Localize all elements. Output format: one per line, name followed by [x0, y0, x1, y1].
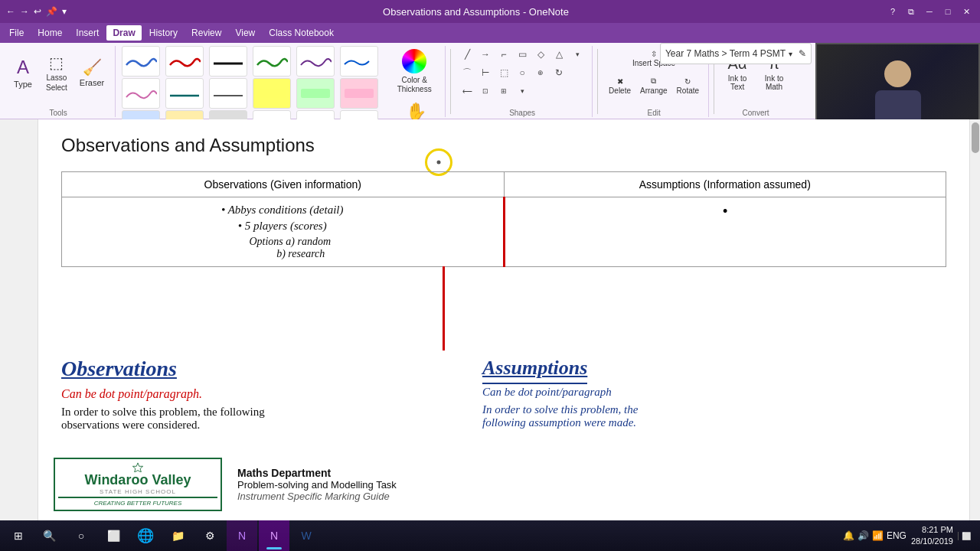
teal-pen-swatch[interactable]	[165, 78, 204, 109]
taskbar-settings-icon[interactable]: ⚙	[194, 520, 225, 551]
taskbar-cortana[interactable]: ○	[66, 520, 96, 551]
taskbar-speaker-icon[interactable]: 🔊	[858, 530, 869, 541]
ribbon-tools-group: A Type ⬚ Lasso Select 🧹 Eraser Tools	[5, 46, 116, 117]
logo-area: Windaroo Valley STATE HIGH SCHOOL CREATI…	[54, 458, 397, 511]
forward-button[interactable]: →	[20, 6, 29, 17]
lasso-shape-tool[interactable]: ⬚	[495, 64, 512, 81]
purple-pen-swatch[interactable]	[296, 46, 335, 77]
page-area: Observations and Assumptions Observation…	[38, 119, 969, 551]
assump-text-3: following assumption were made.	[482, 416, 638, 429]
arrange-button[interactable]: ⧉ Arrange	[637, 73, 671, 98]
undo-button[interactable]: ↩	[34, 6, 41, 17]
arrow-tool[interactable]: →	[477, 46, 494, 63]
pink-wavy-pen-swatch[interactable]	[122, 78, 160, 109]
curve-tool[interactable]: ⌒	[459, 64, 475, 81]
menu-draw[interactable]: Draw	[106, 25, 141, 41]
ink-to-text-label: Ink toText	[728, 74, 746, 91]
yellow-highlight-swatch[interactable]	[253, 78, 291, 109]
help-button[interactable]: ?	[885, 5, 900, 18]
taskbar-search[interactable]: 🔍	[34, 520, 64, 551]
taskbar-onenote-active[interactable]: N	[259, 520, 289, 551]
taskbar-taskview[interactable]: ⬜	[98, 520, 129, 551]
delete-button[interactable]: ✖ Delete	[606, 73, 634, 98]
diamond-tool[interactable]: ◇	[532, 46, 549, 63]
color-thickness-button[interactable]: Color &Thickness	[391, 46, 438, 97]
menu-review[interactable]: Review	[185, 25, 227, 41]
red-wavy-pen-swatch[interactable]	[165, 46, 204, 77]
start-button[interactable]: ⊞	[3, 520, 34, 551]
dept-guide: Instrument Specific Marking Guide	[237, 491, 397, 502]
line-tool[interactable]: ╱	[459, 46, 475, 63]
restore-button[interactable]: ⧉	[903, 5, 919, 18]
menu-insert[interactable]: Insert	[70, 25, 105, 41]
notebook-edit-icon[interactable]: ✎	[799, 48, 806, 59]
triangle-tool[interactable]: △	[550, 46, 567, 63]
rotate-label: Rotate	[677, 86, 699, 95]
cursor-dot	[437, 161, 441, 165]
eraser-button[interactable]: 🧹 Eraser	[75, 46, 109, 99]
rotate-icon: ↻	[684, 77, 691, 86]
obs-red-text: Can be dot point/paragraph.	[61, 387, 265, 401]
menu-history[interactable]: History	[143, 25, 184, 41]
pink-highlight-swatch[interactable]	[340, 78, 378, 109]
ribbon-shapes-group: ╱ → ⌐ ▭ ◇ △ ▾ ⌒ ⊢ ⬚ ○ ⊕ ↻ ⟵ ⊡ ⊞ ▾	[456, 46, 593, 117]
gray-pen-swatch[interactable]	[209, 78, 247, 109]
taskbar-onenote[interactable]: N	[227, 520, 257, 551]
logo-bar	[58, 497, 217, 498]
rotate-shape[interactable]: ↻	[550, 64, 567, 81]
taskbar-lang: ENG	[887, 530, 906, 541]
notebook-dropdown-icon[interactable]: ▾	[789, 50, 792, 58]
rect-tool[interactable]: ▭	[514, 46, 531, 63]
menu-class-notebook[interactable]: Class Notebook	[263, 25, 340, 41]
eraser-label: Eraser	[80, 78, 104, 87]
taskbar-chrome[interactable]: 🌐	[130, 520, 161, 551]
minimize-button[interactable]: ─	[922, 5, 937, 18]
menu-home[interactable]: Home	[31, 25, 68, 41]
shape-extra-3[interactable]: ⊞	[495, 83, 512, 99]
maximize-button[interactable]: □	[940, 5, 956, 18]
type-button[interactable]: A Type	[8, 46, 38, 99]
more-shapes[interactable]: ▾	[569, 46, 586, 63]
obs-item-4: b) research	[108, 248, 494, 260]
lasso-select-label: Select	[46, 83, 67, 92]
circle-select[interactable]: ⊕	[532, 64, 549, 81]
notebook-selector[interactable]: Year 7 Maths > Term 4 PSMT ▾ ✎	[660, 43, 812, 64]
green-wavy-pen-swatch[interactable]	[253, 46, 291, 77]
black-straight-pen-swatch[interactable]	[209, 46, 247, 77]
taskbar-time: 8:21 PM	[911, 524, 953, 536]
menu-view[interactable]: View	[229, 25, 261, 41]
color-thickness-label: Color &Thickness	[397, 76, 432, 94]
taskbar-show-desktop[interactable]: ⬜	[958, 532, 971, 540]
green-highlight-swatch[interactable]	[296, 78, 335, 109]
quick-access-button[interactable]: 📌	[46, 6, 57, 17]
scrollbar-thumb[interactable]	[972, 122, 979, 153]
lasso-label: Lasso	[47, 73, 67, 82]
taskbar-notification-icon[interactable]: 🔔	[843, 530, 854, 541]
right-scrollbar[interactable]	[969, 119, 980, 551]
connector-tool[interactable]: ⊢	[477, 64, 494, 81]
menu-file[interactable]: File	[3, 25, 30, 41]
delete-label: Delete	[609, 86, 631, 95]
back-button[interactable]: ←	[6, 6, 15, 17]
shape-extra-2[interactable]: ⊡	[477, 83, 494, 99]
shape-extra-4[interactable]: ▾	[514, 83, 531, 99]
blue-wavy-pen-swatch[interactable]	[122, 46, 160, 77]
lasso-button[interactable]: ⬚ Lasso Select	[41, 46, 72, 99]
page-title: Observations and Assumptions	[61, 135, 946, 156]
oval-tool[interactable]: ○	[514, 64, 531, 81]
assump-text-1: Can be dot point/paragraph	[482, 386, 638, 399]
taskbar-network-icon[interactable]: 📶	[872, 530, 884, 541]
rotate-button[interactable]: ↻ Rotate	[674, 73, 702, 98]
svg-marker-3	[132, 463, 142, 472]
corner-tool[interactable]: ⌐	[495, 46, 512, 63]
blue2-pen-swatch[interactable]	[340, 46, 378, 77]
shapes-group-label: Shapes	[509, 107, 535, 117]
logo-sub: STATE HIGH SCHOOL	[100, 488, 176, 495]
table-cell-obs: • Abbys conditions (detail) • 5 players …	[62, 197, 505, 267]
taskbar-explorer[interactable]: 📁	[162, 520, 193, 551]
taskbar-date: 28/10/2019	[911, 536, 953, 547]
close-button[interactable]: ✕	[959, 5, 974, 18]
shape-extra-1[interactable]: ⟵	[459, 83, 475, 99]
taskbar-word[interactable]: W	[291, 520, 322, 551]
table-col1-header: Observations (Given information)	[62, 172, 505, 197]
